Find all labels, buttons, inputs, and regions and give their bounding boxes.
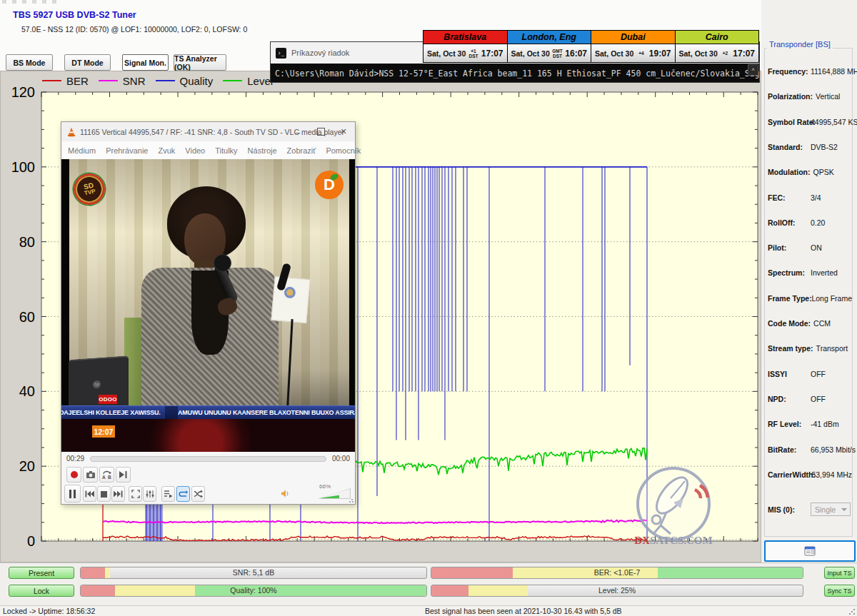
svg-text:A: A: [102, 475, 106, 480]
transponder-row-standard: Standard:DVB-S2: [768, 143, 852, 151]
vlc-advanced-controls: AB: [61, 465, 355, 484]
field-label: RF Level:: [768, 420, 808, 428]
tab-ts-analyzer-ok-[interactable]: TS Analyzer (OK): [174, 54, 226, 71]
transponder-row-codemode: Code Mode:CCM: [768, 319, 852, 328]
field-value: 53,994 MHz: [811, 470, 852, 479]
volume-slider[interactable]: [318, 488, 351, 499]
transponder-row-rolloff: RollOff:0.20: [768, 218, 852, 227]
transponder-group-label: Transponder [BS]: [767, 40, 833, 49]
stop-button[interactable]: [97, 486, 111, 502]
vlc-menu-titulky[interactable]: Titulky: [210, 146, 242, 155]
lock-indicator: Lock: [9, 585, 74, 597]
minimize-button[interactable]: –: [286, 122, 309, 141]
mis-row: MIS (0): Single: [768, 503, 851, 516]
field-label: RollOff:: [768, 218, 808, 227]
svg-text:0: 0: [27, 533, 35, 549]
tab-signal-mon-[interactable]: Signal Mon.: [122, 54, 169, 71]
clock-city: London, Eng: [508, 31, 591, 44]
vlc-titlebar[interactable]: 11165 Vertical 44995,547 / RF: -41 SNR: …: [61, 122, 355, 141]
maximize-button[interactable]: [309, 122, 332, 141]
field-label: Standard:: [768, 143, 808, 151]
tab-bs-mode[interactable]: BS Mode: [6, 54, 53, 71]
signal-status-panel: Present Lock SNR: 5,1 dB Quality: 100% B…: [0, 562, 857, 606]
vlc-menu-prehrvanie[interactable]: Prehrávanie: [101, 146, 153, 155]
vlc-menu-zvuk[interactable]: Zvuk: [153, 146, 180, 155]
dxsatcs-watermark: DXSATCS.COM: [629, 465, 718, 555]
field-label: ISSYI: [768, 370, 808, 378]
vlc-menu-zobrazi[interactable]: Zobraziť: [282, 146, 321, 155]
tab-dt-mode[interactable]: DT Mode: [64, 54, 111, 71]
next-button[interactable]: [111, 486, 125, 502]
pause-button[interactable]: [64, 485, 81, 503]
vlc-menu-pomocnk[interactable]: Pomocník: [321, 146, 366, 155]
clock-date: Sat, Oct 30: [511, 49, 550, 58]
volume-control[interactable]: 66%: [294, 488, 351, 500]
resize-grip[interactable]: [349, 498, 354, 503]
video-area[interactable]: hp SD TVP D ODOO DAJEELSHI KOLLEEJE XAWI…: [61, 159, 355, 452]
ts-info-button[interactable]: [764, 540, 856, 562]
volume-fill: [319, 489, 339, 498]
playlist-button[interactable]: [161, 486, 175, 502]
svg-text:40: 40: [19, 383, 35, 399]
best-signal-status: Best signal has been seen at 2021-10-30 …: [425, 607, 622, 615]
transponder-row-npd: NPD:OFF: [768, 395, 852, 403]
field-value: 11164,888 MHz: [811, 67, 857, 76]
close-button[interactable]: ✕: [332, 122, 355, 141]
clock-date: Sat, Oct 30: [679, 49, 718, 58]
clock-time: 19:07: [649, 49, 671, 59]
snapshot-button[interactable]: [83, 467, 98, 483]
vlc-menu-nstroje[interactable]: Nástroje: [243, 146, 282, 155]
quality-bar: Quality: 100%: [80, 585, 427, 597]
snr-bar: SNR: 5,1 dB: [80, 567, 427, 579]
sync-ts-button[interactable]: Sync TS: [824, 585, 855, 597]
odoo-badge: ODOO: [99, 395, 117, 404]
frame-step-button[interactable]: [116, 467, 131, 483]
loop-button[interactable]: [176, 486, 190, 502]
transponder-row-frametype: Frame Type:Long Frame: [768, 294, 852, 303]
command-prompt-body[interactable]: C:\Users\Roman Dávid>NSS 12-57°E_East Af…: [271, 64, 759, 82]
clock-bratislava: BratislavaSat, Oct 30+1DST17:07: [424, 31, 508, 62]
field-label: Pilot:: [768, 243, 808, 252]
field-value: OFF: [811, 370, 826, 378]
record-button[interactable]: [66, 467, 81, 483]
video-table-flag: [271, 276, 310, 323]
elapsed-time: 00:29: [66, 455, 84, 463]
fullscreen-button[interactable]: [129, 486, 142, 502]
channel-d-logo: D: [315, 171, 344, 199]
lock-uptime-status: Locked -> Uptime: 18:56:32: [3, 607, 95, 615]
input-ts-button[interactable]: Input TS: [824, 567, 855, 579]
field-value: Long Frame: [811, 294, 852, 303]
previous-button[interactable]: [83, 486, 96, 502]
transponder-row-polarization: Polarization:Vertical: [768, 92, 852, 101]
svg-text:80: 80: [19, 234, 35, 250]
clock-utc-offset: +4: [633, 51, 649, 56]
present-indicator: Present: [9, 567, 74, 579]
field-value: -41 dBm: [811, 420, 839, 428]
shuffle-button[interactable]: [191, 486, 205, 502]
svg-text:20: 20: [19, 458, 35, 474]
ticker-right-text: AMUWU UNUUNU KAANSERE BLAXOTENNI BUUXO A…: [178, 409, 355, 416]
field-value: ON: [811, 243, 822, 252]
equalizer-button[interactable]: [143, 486, 156, 502]
transponder-row-spectrum: Spectrum:Inverted: [768, 268, 852, 277]
scroll-up-icon[interactable]: ˄: [748, 64, 758, 76]
vlc-seek-row: 00:29 00:00: [61, 452, 355, 465]
clock-time: 16:07: [565, 49, 587, 59]
field-label: Spectrum:: [768, 268, 808, 277]
ab-loop-button[interactable]: AB: [99, 467, 114, 483]
field-label: Stream type:: [768, 344, 813, 353]
clipped-text-fragment: [2, 0, 59, 4]
vlc-menu-video[interactable]: Video: [180, 146, 210, 155]
transponder-row-carrierwidth: CarrierWidth:53,994 MHz: [768, 470, 852, 479]
clock-city: Bratislava: [424, 31, 507, 44]
page-title: TBS 5927 USB DVB-S2 Tuner: [13, 10, 136, 20]
field-label: BitRate:: [768, 445, 808, 454]
seek-bar[interactable]: [90, 456, 326, 462]
speaker-icon: [281, 489, 291, 498]
statusbar-resize-grip[interactable]: [848, 608, 856, 615]
clock-city: Dubai: [591, 31, 675, 44]
vlc-menu-mdium[interactable]: Médium: [63, 146, 101, 155]
world-clocks: BratislavaSat, Oct 30+1DST17:07London, E…: [423, 30, 759, 63]
mis-dropdown[interactable]: Single: [811, 503, 851, 516]
clock-time: 17:07: [481, 49, 503, 59]
